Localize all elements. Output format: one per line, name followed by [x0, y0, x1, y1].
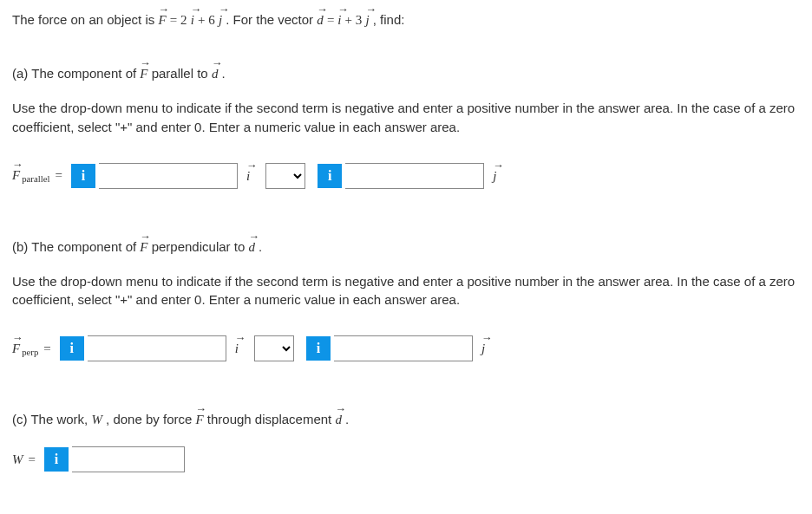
equals: = — [29, 453, 36, 466]
vector-d: d — [317, 13, 324, 28]
part-b-prompt: (b) The component of F perpendicular to … — [12, 239, 800, 255]
subscript: parallel — [22, 174, 49, 184]
parallel-j-coefficient-input[interactable] — [345, 163, 484, 189]
vector-d: d — [212, 67, 219, 81]
unit-i: i — [235, 342, 239, 355]
text: The force on an object is — [12, 12, 158, 27]
equals: = — [43, 342, 50, 355]
vector-F: F — [12, 342, 20, 355]
vector-F: F — [140, 240, 147, 255]
vector-F: F — [158, 13, 166, 28]
answer-row-work: W = i — [12, 446, 800, 472]
text: (c) The work, — [12, 412, 91, 426]
text: = — [327, 13, 337, 27]
info-icon: i — [318, 164, 342, 188]
label-F-perp: F perp = — [12, 342, 51, 355]
text: through displacement — [207, 412, 336, 426]
vector-F: F — [195, 413, 203, 427]
parallel-i-coefficient-input[interactable] — [99, 163, 238, 189]
problem-statement: The force on an object is F = 2 i + 6 j … — [12, 12, 800, 28]
info-icon: i — [44, 447, 69, 472]
info-icon: i — [306, 336, 331, 361]
text: parallel to — [152, 66, 212, 81]
W-symbol: W — [12, 453, 23, 466]
text: . For the vector — [226, 12, 317, 27]
text: , done by force — [106, 412, 195, 426]
instruction-a: Use the drop-down menu to indicate if th… — [12, 99, 800, 137]
perp-i-coefficient-input[interactable] — [88, 335, 226, 361]
unit-i: i — [191, 13, 194, 28]
text: perpendicular to — [152, 239, 249, 254]
label-W: W = — [12, 453, 36, 466]
unit-j: j — [365, 13, 369, 28]
W-symbol: W — [91, 413, 102, 426]
subscript: perp — [22, 348, 38, 357]
vector-d: d — [335, 413, 342, 427]
perp-sign-select[interactable] — [254, 335, 294, 361]
parallel-sign-select[interactable] — [265, 163, 305, 189]
work-value-input[interactable] — [72, 446, 185, 472]
label-F-parallel: F parallel = — [12, 169, 62, 182]
answer-row-parallel: F parallel = i i i j — [12, 163, 800, 189]
info-icon: i — [71, 164, 95, 188]
vector-d: d — [248, 240, 255, 255]
unit-i: i — [246, 170, 250, 183]
unit-j: j — [219, 13, 222, 28]
info-icon: i — [60, 336, 84, 361]
unit-i: i — [337, 13, 341, 28]
text: (a) The component of — [12, 66, 140, 81]
perp-j-coefficient-input[interactable] — [334, 335, 473, 361]
instruction-b: Use the drop-down menu to indicate if th… — [12, 272, 800, 310]
part-a-prompt: (a) The component of F parallel to d . — [12, 66, 800, 81]
equals: = — [56, 169, 62, 182]
answer-row-perp: F perp = i i i j — [12, 335, 800, 361]
part-c-prompt: (c) The work, W , done by force F throug… — [12, 412, 800, 427]
text: (b) The component of — [12, 239, 140, 254]
unit-j: j — [481, 342, 485, 355]
text: , find: — [373, 12, 405, 27]
text: = 2 — [170, 13, 187, 27]
vector-F: F — [140, 67, 147, 81]
unit-j: j — [493, 170, 496, 183]
vector-F: F — [12, 169, 20, 182]
